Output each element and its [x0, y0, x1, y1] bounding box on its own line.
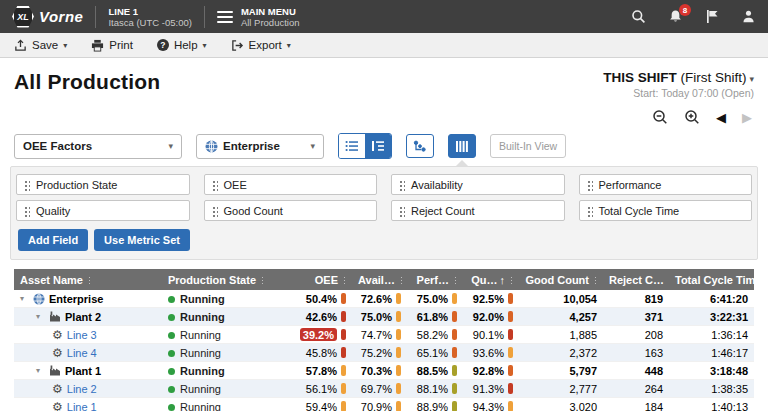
previous-period-icon[interactable]: ◀ — [716, 111, 726, 124]
tree-view-button[interactable] — [365, 134, 391, 158]
zoom-out-icon[interactable] — [652, 109, 668, 125]
field-chip[interactable]: Reject Count — [391, 200, 565, 221]
column-header-total-cycle-time[interactable]: Total Cycle Time — [669, 274, 754, 286]
table-row[interactable]: ⚙Line 1Running59.4%70.9%88.9%94.3%3,0201… — [14, 398, 754, 411]
asset-name-cell[interactable]: ⚙Line 2 — [14, 383, 162, 395]
field-chip[interactable]: Production State — [16, 174, 190, 195]
save-button[interactable]: Save▾ — [14, 39, 67, 52]
field-chip[interactable]: OEE — [204, 174, 378, 195]
next-period-icon[interactable]: ▶ — [742, 111, 752, 124]
oee-cell: 42.6% — [292, 311, 352, 323]
total-cycle-time-value: 1:36:14 — [711, 329, 748, 341]
page-title: All Production — [14, 70, 160, 99]
asset-name[interactable]: Line 2 — [67, 383, 97, 395]
column-header-avail[interactable]: Avail… — [352, 274, 407, 286]
column-header-oee[interactable]: OEE — [292, 274, 352, 286]
search-icon[interactable] — [631, 9, 646, 24]
quality-value: 94.3% — [473, 401, 504, 411]
column-header-perf[interactable]: Perf… — [407, 274, 463, 286]
user-icon[interactable] — [741, 9, 756, 24]
print-button[interactable]: Print — [91, 39, 133, 52]
chevron-down-icon: ▾ — [63, 41, 67, 50]
drag-handle-icon[interactable] — [399, 205, 405, 217]
asset-name-cell[interactable]: ⚙Line 3 — [14, 329, 162, 341]
export-label: Export — [249, 39, 282, 51]
table-row[interactable]: ⚙Line 4Running45.8%75.2%65.1%93.6%2,3721… — [14, 344, 754, 362]
drag-handle-icon[interactable] — [24, 179, 30, 191]
column-grip-icon[interactable] — [454, 276, 457, 285]
list-view-button[interactable] — [339, 134, 365, 158]
main-menu-icon[interactable] — [217, 11, 233, 23]
notifications-bell-icon[interactable]: 8 — [668, 9, 683, 24]
asset-name[interactable]: Line 1 — [67, 401, 97, 411]
metric-set-select[interactable]: OEE Factors▾ — [14, 134, 182, 159]
menu-subtitle: All Production — [241, 17, 300, 28]
help-button[interactable]: ? Help▾ — [157, 39, 207, 51]
drag-handle-icon[interactable] — [587, 179, 593, 191]
field-chip[interactable]: Performance — [579, 174, 753, 195]
export-button[interactable]: Export▾ — [231, 39, 291, 52]
drag-handle-icon[interactable] — [24, 205, 30, 217]
availability-cell: 74.7% — [352, 329, 407, 341]
column-header-reject-c[interactable]: Reject C… — [603, 274, 669, 286]
drag-handle-icon[interactable] — [587, 205, 593, 217]
column-grip-icon[interactable] — [594, 276, 597, 285]
column-header-asset-name[interactable]: Asset Name — [14, 274, 162, 286]
availability-value: 72.6% — [361, 293, 392, 305]
asset-select[interactable]: Enterprise▾ — [196, 134, 324, 159]
asset-name-cell[interactable]: ⚙Line 1 — [14, 401, 162, 411]
expand-chevron-icon[interactable]: ▾ — [20, 294, 29, 303]
asset-name-cell[interactable]: ▾Plant 2 — [14, 311, 162, 323]
globe-icon — [33, 293, 45, 305]
chevron-down-icon: ▾ — [749, 74, 754, 84]
field-chip[interactable]: Total Cycle Time — [579, 200, 753, 221]
table-row[interactable]: ▾EnterpriseRunning50.4%72.6%75.0%92.5%10… — [14, 290, 754, 308]
drag-handle-icon[interactable] — [212, 205, 218, 217]
expand-chevron-icon[interactable]: ▾ — [36, 312, 45, 321]
field-chip[interactable]: Availability — [391, 174, 565, 195]
asset-name-cell[interactable]: ⚙Line 4 — [14, 347, 162, 359]
help-label: Help — [174, 39, 198, 51]
column-header-good-count[interactable]: Good Count — [519, 274, 603, 286]
reject-count-value: 163 — [645, 347, 663, 359]
menu-info[interactable]: MAIN MENU All Production — [241, 6, 300, 28]
add-field-button[interactable]: Add Field — [18, 229, 88, 251]
oee-value: 56.1% — [306, 383, 337, 395]
metric-color-bar — [341, 383, 346, 394]
column-grip-icon[interactable] — [88, 276, 91, 285]
column-header-qu[interactable]: Qu…↑ — [463, 274, 519, 286]
asset-name-cell[interactable]: ▾Enterprise — [14, 293, 162, 305]
good-count-value: 2,777 — [569, 383, 597, 395]
asset-name-cell[interactable]: ▾Plant 1 — [14, 365, 162, 377]
column-grip-icon[interactable] — [261, 276, 264, 285]
line-location: Itasca (UTC -05:00) — [108, 17, 191, 28]
columns-button[interactable] — [448, 134, 476, 158]
field-chip[interactable]: Quality — [16, 200, 190, 221]
asset-name[interactable]: Line 4 — [67, 347, 97, 359]
table-row[interactable]: ▾Plant 1Running57.8%70.3%88.5%92.8%5,797… — [14, 362, 754, 380]
performance-value: 88.1% — [417, 383, 448, 395]
drag-handle-icon[interactable] — [212, 179, 218, 191]
shift-selector[interactable]: THIS SHIFT (First Shift)▾ — [603, 70, 754, 85]
metric-color-bar — [452, 347, 457, 358]
total-cycle-time-value: 6:41:20 — [710, 293, 748, 305]
drag-handle-icon[interactable] — [399, 179, 405, 191]
table-row[interactable]: ▾Plant 2Running42.6%75.0%61.8%92.0%4,257… — [14, 308, 754, 326]
production-state-cell: Running — [162, 383, 292, 395]
column-grip-icon[interactable] — [510, 276, 513, 285]
field-chip[interactable]: Good Count — [204, 200, 378, 221]
column-grip-icon[interactable] — [400, 276, 403, 285]
flag-icon[interactable] — [705, 9, 719, 24]
expand-chevron-icon[interactable]: ▾ — [36, 366, 45, 375]
total-cycle-time-value: 1:38:35 — [711, 383, 748, 395]
hierarchy-button[interactable] — [406, 134, 434, 158]
column-header-production-state[interactable]: Production State — [162, 274, 292, 286]
column-grip-icon[interactable] — [343, 276, 346, 285]
table-row[interactable]: ⚙Line 3Running39.2%74.7%58.2%90.1%1,8852… — [14, 326, 754, 344]
asset-name[interactable]: Line 3 — [67, 329, 97, 341]
use-metric-set-button[interactable]: Use Metric Set — [94, 229, 190, 251]
table-row[interactable]: ⚙Line 2Running56.1%69.7%88.1%91.3%2,7772… — [14, 380, 754, 398]
reject-count-cell: 448 — [603, 365, 669, 377]
vorne-logo[interactable]: XL Vorne — [12, 6, 83, 28]
zoom-in-icon[interactable] — [684, 109, 700, 125]
